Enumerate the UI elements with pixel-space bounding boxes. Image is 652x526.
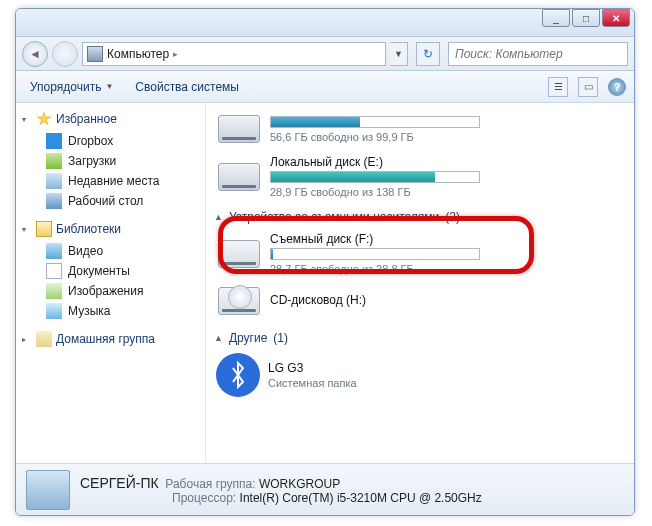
drive-item-cd[interactable]: CD-дисковод (H:) xyxy=(214,279,626,323)
libraries-header[interactable]: ▾ Библиотеки xyxy=(20,219,201,241)
search-input[interactable] xyxy=(448,42,628,66)
explorer-window: _ □ ✕ ◄ Компьютер ▸ ▼ ↻ Упорядочить ▼ Св… xyxy=(15,8,635,516)
collapse-icon: ▾ xyxy=(22,225,32,234)
breadcrumb: Компьютер xyxy=(107,47,169,61)
body: ▾ Избранное Dropbox Загрузки Недавние ме… xyxy=(16,103,634,463)
sidebar-item-label: Изображения xyxy=(68,284,143,298)
sidebar-item-label: Загрузки xyxy=(68,154,116,168)
hdd-icon xyxy=(216,111,262,147)
system-properties-button[interactable]: Свойства системы xyxy=(129,78,245,96)
titlebar: _ □ ✕ xyxy=(16,9,634,37)
dropbox-icon xyxy=(46,133,62,149)
sidebar-item-documents[interactable]: Документы xyxy=(20,261,201,281)
favorites-label: Избранное xyxy=(56,112,117,126)
video-icon xyxy=(46,243,62,259)
drive-name: Съемный диск (F:) xyxy=(270,232,624,246)
content-pane[interactable]: 56,6 ГБ свободно из 99,9 ГБ Локальный ди… xyxy=(206,103,634,463)
view-mode-button[interactable]: ☰ xyxy=(548,77,568,97)
cpu-label: Процессор: xyxy=(172,491,236,505)
breadcrumb-sep-icon: ▸ xyxy=(173,49,178,59)
collapse-icon: ▾ xyxy=(22,115,32,124)
nav-pane[interactable]: ▾ Избранное Dropbox Загрузки Недавние ме… xyxy=(16,103,206,463)
sidebar-item-recent[interactable]: Недавние места xyxy=(20,171,201,191)
forward-button[interactable] xyxy=(52,41,78,67)
computer-thumb-icon xyxy=(26,470,70,510)
music-icon xyxy=(46,303,62,319)
homegroup-icon xyxy=(36,331,52,347)
address-bar[interactable]: Компьютер ▸ xyxy=(82,42,386,66)
images-icon xyxy=(46,283,62,299)
computer-icon xyxy=(87,46,103,62)
workgroup-label: Рабочая группа: xyxy=(165,477,255,491)
libraries-label: Библиотеки xyxy=(56,222,121,236)
homegroup-label: Домашняя группа xyxy=(56,332,155,346)
sidebar-item-label: Документы xyxy=(68,264,130,278)
libraries-group: ▾ Библиотеки Видео Документы Изображения… xyxy=(20,219,201,321)
sidebar-item-desktop[interactable]: Рабочий стол xyxy=(20,191,201,211)
drive-item[interactable]: 56,6 ГБ свободно из 99,9 ГБ xyxy=(214,107,626,151)
star-icon xyxy=(36,111,52,127)
group-other[interactable]: ▲ Другие (1) xyxy=(214,323,626,349)
bluetooth-icon xyxy=(216,353,260,397)
sidebar-item-label: Dropbox xyxy=(68,134,113,148)
drive-item-e[interactable]: Локальный диск (E:) 28,9 ГБ свободно из … xyxy=(214,151,626,202)
device-item-lg-g3[interactable]: LG G3 Системная папка xyxy=(214,349,626,401)
sidebar-item-downloads[interactable]: Загрузки xyxy=(20,151,201,171)
group-label: Устройства со съемными носителями xyxy=(229,210,439,224)
nav-row: ◄ Компьютер ▸ ▼ ↻ xyxy=(16,37,634,71)
status-title: СЕРГЕЙ-ПК xyxy=(80,475,159,491)
details-pane: СЕРГЕЙ-ПК Рабочая группа: WORKGROUP Проц… xyxy=(16,463,634,515)
sidebar-item-label: Недавние места xyxy=(68,174,159,188)
organize-label: Упорядочить xyxy=(30,80,101,94)
group-label: Другие xyxy=(229,331,267,345)
favorites-group: ▾ Избранное Dropbox Загрузки Недавние ме… xyxy=(20,109,201,211)
sidebar-item-label: Видео xyxy=(68,244,103,258)
address-dropdown-button[interactable]: ▼ xyxy=(390,42,408,66)
sidebar-item-label: Рабочий стол xyxy=(68,194,143,208)
organize-button[interactable]: Упорядочить ▼ xyxy=(24,78,119,96)
sidebar-item-images[interactable]: Изображения xyxy=(20,281,201,301)
downloads-icon xyxy=(46,153,62,169)
drive-free-text: 28,7 ГБ свободно из 28,8 ГБ xyxy=(270,263,624,275)
drive-name: Локальный диск (E:) xyxy=(270,155,624,169)
collapse-icon: ▲ xyxy=(214,333,223,343)
group-count: (2) xyxy=(445,210,460,224)
sidebar-item-video[interactable]: Видео xyxy=(20,241,201,261)
documents-icon xyxy=(46,263,62,279)
homegroup-header[interactable]: ▸ Домашняя группа xyxy=(20,329,201,351)
minimize-button[interactable]: _ xyxy=(542,9,570,27)
sidebar-item-label: Музыка xyxy=(68,304,110,318)
drive-item-f[interactable]: Съемный диск (F:) 28,7 ГБ свободно из 28… xyxy=(214,228,626,279)
sidebar-item-dropbox[interactable]: Dropbox xyxy=(20,131,201,151)
device-subtitle: Системная папка xyxy=(268,377,624,389)
cpu-value: Intel(R) Core(TM) i5-3210M CPU @ 2.50GHz xyxy=(240,491,482,505)
recent-icon xyxy=(46,173,62,189)
library-icon xyxy=(36,221,52,237)
homegroup-group: ▸ Домашняя группа xyxy=(20,329,201,351)
chevron-down-icon: ▼ xyxy=(105,82,113,91)
workgroup-value: WORKGROUP xyxy=(259,477,340,491)
group-removable[interactable]: ▲ Устройства со съемными носителями (2) xyxy=(214,202,626,228)
help-button[interactable]: ? xyxy=(608,78,626,96)
group-count: (1) xyxy=(273,331,288,345)
refresh-button[interactable]: ↻ xyxy=(416,42,440,66)
back-button[interactable]: ◄ xyxy=(22,41,48,67)
collapse-icon: ▲ xyxy=(214,212,223,222)
hdd-icon xyxy=(216,159,262,195)
drive-free-text: 56,6 ГБ свободно из 99,9 ГБ xyxy=(270,131,624,143)
maximize-button[interactable]: □ xyxy=(572,9,600,27)
drive-free-text: 28,9 ГБ свободно из 138 ГБ xyxy=(270,186,624,198)
sidebar-item-music[interactable]: Музыка xyxy=(20,301,201,321)
favorites-header[interactable]: ▾ Избранное xyxy=(20,109,201,131)
preview-pane-button[interactable]: ▭ xyxy=(578,77,598,97)
close-button[interactable]: ✕ xyxy=(602,9,630,27)
toolbar: Упорядочить ▼ Свойства системы ☰ ▭ ? xyxy=(16,71,634,103)
cd-drive-icon xyxy=(216,283,262,319)
drive-name: CD-дисковод (H:) xyxy=(270,293,624,307)
device-name: LG G3 xyxy=(268,361,624,375)
desktop-icon xyxy=(46,193,62,209)
removable-disk-icon xyxy=(216,236,262,272)
expand-icon: ▸ xyxy=(22,335,32,344)
